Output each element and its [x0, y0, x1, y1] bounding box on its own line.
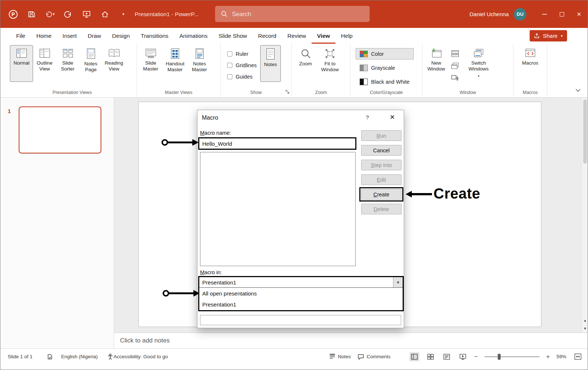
- tab-review[interactable]: Review: [282, 28, 312, 44]
- grayscale-icon: [360, 65, 368, 71]
- tab-home[interactable]: Home: [31, 28, 57, 44]
- group-label-master-views: Master Views: [137, 88, 220, 97]
- slideshow-statusbar-icon[interactable]: [458, 352, 468, 361]
- search-box[interactable]: Search: [215, 6, 370, 22]
- previous-slide-button[interactable]: ▲: [582, 316, 588, 324]
- redo-icon[interactable]: [63, 10, 73, 19]
- notes-toggle-button[interactable]: Notes: [260, 45, 281, 82]
- combobox-dropdown-icon[interactable]: ▼: [393, 277, 403, 287]
- group-window: New Window Switch Windows ▾: [422, 44, 513, 97]
- dialog-close-icon[interactable]: ✕: [390, 113, 395, 121]
- slide-indicator[interactable]: Slide 1 of 1: [8, 354, 33, 359]
- reading-view-statusbar-icon[interactable]: [442, 352, 451, 361]
- undo-icon[interactable]: ▾: [45, 10, 55, 19]
- zoom-button[interactable]: Zoom: [294, 45, 317, 82]
- start-slideshow-icon[interactable]: [82, 10, 91, 19]
- normal-view-button[interactable]: Normal: [10, 45, 33, 82]
- handout-master-button[interactable]: Handout Master: [162, 45, 188, 82]
- option-presentation1[interactable]: Presentation1: [199, 299, 403, 310]
- notes-placeholder[interactable]: Click to add notes: [120, 337, 170, 344]
- new-window-button[interactable]: New Window: [425, 45, 448, 82]
- tab-help[interactable]: Help: [335, 28, 358, 44]
- grayscale-button[interactable]: Grayscale: [356, 62, 414, 73]
- dialog-help-button[interactable]: ?: [366, 114, 369, 120]
- zoom-slider-thumb[interactable]: [498, 354, 501, 360]
- tab-file[interactable]: File: [11, 28, 31, 44]
- fit-slide-to-window-icon[interactable]: [573, 352, 582, 361]
- create-button[interactable]: Create: [361, 189, 402, 200]
- comments-statusbar-button[interactable]: Comments: [357, 354, 391, 360]
- notes-master-button[interactable]: Notes Master: [188, 45, 211, 82]
- home-icon[interactable]: [100, 10, 110, 19]
- next-slide-button[interactable]: ▼: [582, 324, 588, 333]
- guides-checkbox[interactable]: Guides: [227, 74, 257, 80]
- fit-to-window-button[interactable]: Fit to Window: [317, 45, 343, 82]
- close-button[interactable]: ✕: [570, 0, 588, 28]
- cascade-windows-icon[interactable]: [451, 62, 460, 70]
- arrange-all-icon[interactable]: [451, 50, 460, 58]
- language-indicator[interactable]: English (Nigeria): [61, 354, 98, 359]
- color-button[interactable]: Color: [356, 48, 414, 59]
- macro-list-box[interactable]: [200, 152, 356, 266]
- color-grayscale-rows: Color Grayscale Black and White: [353, 45, 417, 87]
- reading-view-label: Reading View: [103, 60, 125, 72]
- switch-windows-button[interactable]: Switch Windows ▾: [462, 45, 495, 82]
- notes-page-button[interactable]: Notes Page: [79, 45, 102, 82]
- tab-view[interactable]: View: [312, 28, 335, 44]
- notes-statusbar-button[interactable]: Notes: [329, 354, 351, 359]
- customize-qat-chevron-icon[interactable]: ▾: [119, 10, 128, 19]
- macro-in-combobox[interactable]: Presentation1 ▼: [199, 277, 403, 288]
- zoom-slider[interactable]: [484, 353, 540, 360]
- share-button[interactable]: Share ▾: [530, 30, 567, 41]
- edit-button[interactable]: Edit: [361, 174, 402, 185]
- annotation-arrow-macro-in: [161, 289, 200, 298]
- slide-sorter-label: Slide Sorter: [57, 60, 79, 72]
- zoom-out-button[interactable]: −: [474, 353, 478, 360]
- maximize-button[interactable]: [553, 0, 570, 28]
- save-icon[interactable]: [27, 10, 36, 19]
- tab-insert[interactable]: Insert: [57, 28, 82, 44]
- zoom-level[interactable]: 59%: [556, 354, 566, 359]
- slide-master-button[interactable]: Slide Master: [139, 45, 162, 82]
- outline-view-button[interactable]: Outline View: [33, 45, 56, 82]
- reading-view-button[interactable]: Reading View: [102, 45, 126, 82]
- undo-caret-icon[interactable]: ▾: [52, 12, 55, 17]
- spell-check-icon[interactable]: [47, 353, 53, 360]
- tab-animations[interactable]: Animations: [174, 28, 213, 44]
- move-split-icon[interactable]: [451, 75, 460, 83]
- cancel-button[interactable]: Cancel: [361, 145, 402, 156]
- fit-to-window-label: Fit to Window: [317, 61, 342, 73]
- normal-view-statusbar-icon[interactable]: [410, 352, 419, 361]
- macro-name-input[interactable]: [199, 138, 355, 149]
- menubar: File Home Insert Draw Design Transitions…: [0, 28, 588, 44]
- vertical-scrollbar[interactable]: ▲ ▼: [582, 98, 588, 333]
- step-into-button[interactable]: Step Into: [361, 160, 402, 170]
- slide-sorter-statusbar-icon[interactable]: [426, 352, 435, 361]
- slide-thumbnail[interactable]: [19, 106, 101, 153]
- tab-slide-show[interactable]: Slide Show: [213, 28, 253, 44]
- option-all-open-presentations[interactable]: All open presentations: [199, 288, 403, 299]
- black-and-white-button[interactable]: Black and White: [356, 76, 414, 87]
- notes-pane: Click to add notes: [114, 333, 588, 348]
- powerpoint-logo-icon[interactable]: P: [8, 10, 18, 19]
- accessibility-status[interactable]: Accessibility: Good to go: [113, 354, 168, 359]
- tab-record[interactable]: Record: [253, 28, 282, 44]
- run-button[interactable]: Run: [361, 130, 402, 141]
- gridlines-checkbox[interactable]: Gridlines: [227, 62, 257, 68]
- handout-master-icon: [170, 48, 180, 59]
- collapse-ribbon-chevron-icon[interactable]: [575, 87, 581, 94]
- slide-sorter-button[interactable]: Slide Sorter: [56, 45, 79, 82]
- tab-transitions[interactable]: Transitions: [135, 28, 174, 44]
- macros-button[interactable]: Macros: [519, 45, 542, 82]
- avatar[interactable]: DU: [514, 8, 526, 21]
- user-name[interactable]: Daniel Uchenna: [469, 11, 509, 17]
- show-dialog-launcher-icon[interactable]: [285, 90, 290, 95]
- tab-draw[interactable]: Draw: [82, 28, 106, 44]
- zoom-in-button[interactable]: +: [546, 353, 550, 360]
- delete-button[interactable]: Delete: [361, 204, 402, 214]
- color-label: Color: [371, 51, 384, 57]
- tab-design[interactable]: Design: [106, 28, 135, 44]
- minimize-button[interactable]: [536, 0, 553, 28]
- ruler-checkbox[interactable]: Ruler: [227, 51, 257, 57]
- scrollbar-thumb[interactable]: [583, 99, 587, 164]
